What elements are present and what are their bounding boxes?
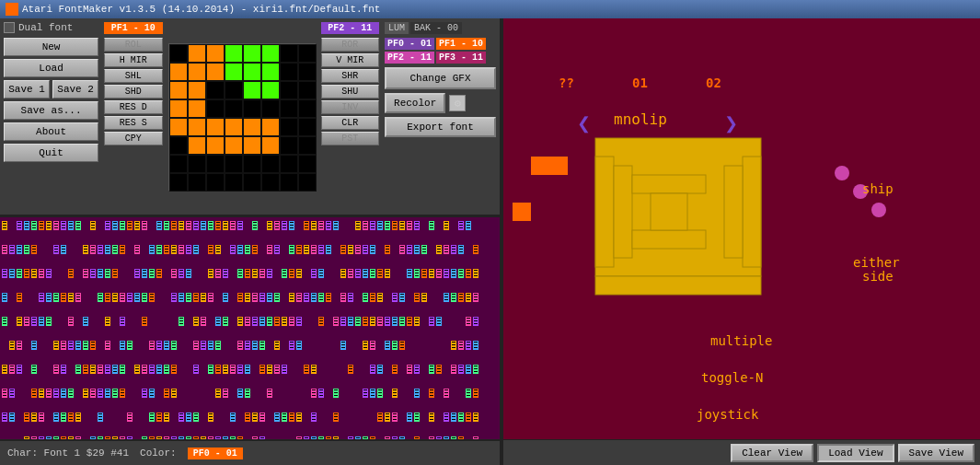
pixel-0-7[interactable] <box>298 44 317 63</box>
pixel-2-2[interactable] <box>206 81 225 99</box>
shd-button[interactable]: SHD <box>104 85 162 99</box>
pixel-7-5[interactable] <box>261 173 280 192</box>
pf1-badge[interactable]: PF1 - 10 <box>436 38 486 50</box>
pixel-6-5[interactable] <box>261 155 280 173</box>
shu-button[interactable]: SHU <box>321 85 379 99</box>
pixel-2-6[interactable] <box>280 81 298 99</box>
shl-button[interactable]: SHL <box>104 69 162 83</box>
pixel-1-7[interactable] <box>298 63 317 81</box>
pixel-0-5[interactable] <box>261 44 280 63</box>
pixel-7-4[interactable] <box>243 173 261 192</box>
pixel-2-0[interactable] <box>169 81 188 99</box>
load-button[interactable]: Load <box>4 59 98 77</box>
pixel-1-3[interactable] <box>225 63 243 81</box>
pixel-6-4[interactable] <box>243 155 261 173</box>
quit-button[interactable]: Quit <box>4 144 98 162</box>
pixel-canvas[interactable] <box>168 43 316 191</box>
pixel-7-1[interactable] <box>188 173 206 192</box>
pixel-6-6[interactable] <box>280 155 298 173</box>
inv-button[interactable]: INV <box>321 100 379 114</box>
pf3-badge[interactable]: PF3 - 11 <box>436 52 486 64</box>
pixel-4-3[interactable] <box>225 118 243 136</box>
recolor-button[interactable]: Recolor <box>385 93 445 113</box>
pixel-5-0[interactable] <box>169 136 188 155</box>
pixel-6-7[interactable] <box>298 155 317 173</box>
cpy-button[interactable]: CPY <box>104 132 162 145</box>
rol-button[interactable]: ROL <box>104 38 162 52</box>
pixel-5-6[interactable] <box>280 136 298 155</box>
pixel-3-2[interactable] <box>206 99 225 118</box>
pixel-7-0[interactable] <box>169 173 188 192</box>
pixel-3-3[interactable] <box>225 99 243 118</box>
pixel-5-3[interactable] <box>225 136 243 155</box>
hmir-button[interactable]: H MIR <box>104 53 162 67</box>
gear-icon[interactable]: ⚙ <box>449 95 466 111</box>
pixel-2-4[interactable] <box>243 81 261 99</box>
vmir-button[interactable]: V MIR <box>321 53 379 67</box>
char-info: Char: Font 1 $29 #41 <box>7 448 129 459</box>
pixel-4-4[interactable] <box>243 118 261 136</box>
pixel-6-3[interactable] <box>225 155 243 173</box>
pixel-7-7[interactable] <box>298 173 317 192</box>
pixel-5-5[interactable] <box>261 136 280 155</box>
pixel-4-7[interactable] <box>298 118 317 136</box>
clear-view-button[interactable]: Clear View <box>731 444 813 462</box>
ror-button[interactable]: ROR <box>321 38 379 52</box>
pixel-0-0[interactable] <box>169 44 188 63</box>
change-gfx-button[interactable]: Change GFX <box>385 67 496 89</box>
pst-button[interactable]: PST <box>321 132 379 145</box>
pixel-1-0[interactable] <box>169 63 188 81</box>
save2-button[interactable]: Save 2 <box>52 80 98 99</box>
pixel-0-3[interactable] <box>225 44 243 63</box>
dual-font-checkbox[interactable] <box>4 22 15 33</box>
pixel-0-1[interactable] <box>188 44 206 63</box>
pixel-1-4[interactable] <box>243 63 261 81</box>
pixel-4-5[interactable] <box>261 118 280 136</box>
pixel-1-6[interactable] <box>280 63 298 81</box>
save1-button[interactable]: Save 1 <box>4 80 50 99</box>
pixel-2-1[interactable] <box>188 81 206 99</box>
save-as-button[interactable]: Save as... <box>4 101 98 120</box>
pixel-5-7[interactable] <box>298 136 317 155</box>
shr-button[interactable]: SHR <box>321 69 379 83</box>
pixel-2-7[interactable] <box>298 81 317 99</box>
pixel-2-5[interactable] <box>261 81 280 99</box>
pixel-3-5[interactable] <box>261 99 280 118</box>
pixel-0-2[interactable] <box>206 44 225 63</box>
pixel-7-2[interactable] <box>206 173 225 192</box>
pixel-1-1[interactable] <box>188 63 206 81</box>
pixel-5-2[interactable] <box>206 136 225 155</box>
pixel-0-4[interactable] <box>243 44 261 63</box>
load-view-button[interactable]: Load View <box>817 444 894 462</box>
pixel-6-1[interactable] <box>188 155 206 173</box>
pixel-6-0[interactable] <box>169 155 188 173</box>
pixel-7-3[interactable] <box>225 173 243 192</box>
pixel-4-1[interactable] <box>188 118 206 136</box>
pixel-5-4[interactable] <box>243 136 261 155</box>
pixel-3-6[interactable] <box>280 99 298 118</box>
resd-button[interactable]: RES D <box>104 100 162 114</box>
pixel-7-6[interactable] <box>280 173 298 192</box>
pf0-badge[interactable]: PF0 - 01 <box>385 38 434 50</box>
right-side-controls: LUM BAK - 00 PF0 - 01 PF1 - 10 PF2 - 11 … <box>381 18 500 215</box>
pixel-1-5[interactable] <box>261 63 280 81</box>
pixel-4-0[interactable] <box>169 118 188 136</box>
pixel-4-2[interactable] <box>206 118 225 136</box>
clr-button[interactable]: CLR <box>321 116 379 130</box>
about-button[interactable]: About <box>4 122 98 141</box>
pixel-3-1[interactable] <box>188 99 206 118</box>
ress-button[interactable]: RES S <box>104 116 162 130</box>
pixel-6-2[interactable] <box>206 155 225 173</box>
pixel-4-6[interactable] <box>280 118 298 136</box>
save-view-button[interactable]: Save View <box>898 444 974 462</box>
pixel-1-2[interactable] <box>206 63 225 81</box>
pixel-5-1[interactable] <box>188 136 206 155</box>
pixel-3-7[interactable] <box>298 99 317 118</box>
pixel-3-4[interactable] <box>243 99 261 118</box>
pixel-2-3[interactable] <box>225 81 243 99</box>
pf2-badge[interactable]: PF2 - 11 <box>385 52 434 64</box>
new-button[interactable]: New <box>4 38 98 56</box>
pixel-3-0[interactable] <box>169 99 188 118</box>
pixel-0-6[interactable] <box>280 44 298 63</box>
export-font-button[interactable]: Export font <box>385 117 496 137</box>
